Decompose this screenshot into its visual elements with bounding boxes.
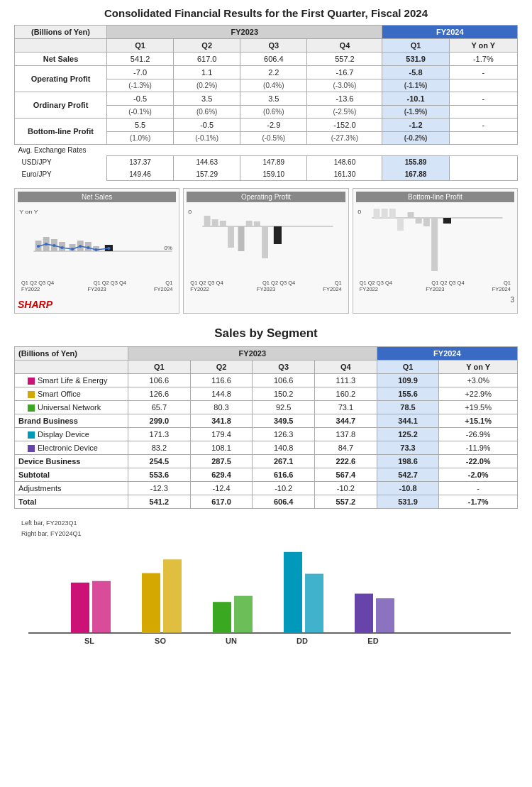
net-sales-q2: 617.0 (174, 53, 240, 66)
svg-rect-39 (415, 218, 421, 224)
orp-sub-q3: (0.6%) (240, 106, 307, 119)
seg-yoy-h: Y on Y (439, 361, 518, 374)
svg-rect-38 (407, 212, 414, 218)
op-fy-labels: FY2022 FY2023 FY2024 (187, 286, 345, 292)
op-q-fy23: Q1 Q2 Q3 Q4 (262, 280, 295, 286)
bottom-line-row: Bottom-line Profit 5.5 -0.5 -2.9 -152.0 … (15, 119, 518, 132)
seg-fy23-q1-5: 83.2 (128, 441, 191, 455)
svg-rect-26 (228, 226, 234, 248)
euro-jpy-row: Euro/JPY 149.46 157.29 159.10 161.30 167… (15, 168, 518, 181)
euro-jpy-fy2024: 167.88 (382, 168, 449, 181)
seg-fy23-q3-7: 616.6 (253, 468, 315, 482)
seg-bar-label-ED: ED (367, 637, 378, 645)
euro-jpy-q2: 157.29 (174, 168, 240, 181)
euro-jpy-label: Euro/JPY (15, 168, 107, 181)
svg-point-20 (107, 247, 110, 250)
bl-chart-title: Bottom-line Profit (356, 192, 514, 202)
orp-q1: -0.5 (107, 92, 174, 106)
segment-row-4: Display Device171.3179.4126.3137.8125.2-… (15, 428, 518, 441)
seg-fy23-q3-3: 349.5 (253, 414, 315, 428)
seg-fy23-q2-4: 179.4 (190, 428, 253, 441)
seg-fy2023-header: FY2023 (128, 347, 377, 361)
segment-chart-svg: SLSOUNDDED (21, 541, 518, 654)
seg-yoy-7: -2.0% (439, 468, 518, 482)
svg-rect-25 (220, 221, 226, 226)
seg-bar-fy23-ED (355, 594, 373, 633)
bl-fy2024-q1: -1.2 (382, 119, 449, 132)
svg-text:0: 0 (189, 208, 192, 214)
fy2024-header: FY2024 (382, 26, 518, 39)
svg-point-14 (52, 244, 55, 247)
seg-fy23-q2-8: -12.4 (190, 482, 253, 495)
charts-row: Net Sales Y on Y 0% (14, 188, 518, 314)
seg-label-3: Brand Business (15, 414, 128, 428)
bl-sub-q3: (-0.5%) (240, 132, 307, 145)
seg-yoy-3: +15.1% (439, 414, 518, 428)
seg-fy24-q1-5: 73.3 (377, 441, 439, 455)
q4-header: Q4 (307, 39, 382, 53)
svg-point-15 (60, 246, 63, 249)
seg-bar-label-SO: SO (155, 637, 166, 645)
seg-fy23-q4-6: 222.6 (315, 455, 377, 468)
seg-fy23-q1-1: 126.6 (128, 387, 191, 401)
svg-rect-29 (254, 221, 260, 226)
usd-jpy-row: USD/JPY 137.37 144.63 147.89 148.60 155.… (15, 156, 518, 169)
op-sub-q2: (0.2%) (174, 79, 240, 92)
bl-fy-labels: FY2022 FY2023 FY2024 (356, 286, 514, 292)
svg-point-13 (45, 243, 48, 246)
seg-fy23-q2-3: 341.8 (190, 414, 253, 428)
segment-row-6: Device Business254.5287.5267.1222.6198.6… (15, 455, 518, 468)
op-q-fy22: Q1 Q2 Q3 Q4 (190, 280, 223, 286)
net-sales-fy2024-q1: 531.9 (382, 53, 449, 66)
seg-fy23-q4-8: -10.2 (315, 482, 377, 495)
operating-profit-label: Operating Profit (15, 66, 107, 92)
fy2023-header: FY2023 (107, 26, 382, 39)
segment-row-1: Smart Office126.6144.8150.2160.2155.6+22… (15, 387, 518, 401)
bl-sub-yoy (449, 132, 517, 145)
seg-fy23-q3-8: -10.2 (253, 482, 315, 495)
seg-fy23-q4-1: 160.2 (315, 387, 377, 401)
seg-fy23-q1-6: 254.5 (128, 455, 191, 468)
seg-fy24-q1-9: 531.9 (377, 495, 439, 509)
q3-header: Q3 (240, 39, 307, 53)
net-sales-yoy: -1.7% (449, 53, 517, 66)
net-sales-x-labels: Q1 Q2 Q3 Q4 Q1 Q2 Q3 Q4 Q1 (18, 280, 176, 286)
op-q2: 1.1 (174, 66, 240, 79)
op-q1: -7.0 (107, 66, 174, 79)
bl-q1: 5.5 (107, 119, 174, 132)
svg-rect-35 (381, 209, 387, 218)
section1-title: Consolidated Financial Results for the F… (14, 7, 518, 19)
seg-yoy-5: -11.9% (439, 441, 518, 455)
orp-sub-yoy (449, 106, 517, 119)
op-fy2024-q1: -5.8 (382, 66, 449, 79)
operating-profit-chart-box: Operating Profit 0 (183, 188, 348, 314)
bl-fy22: FY2022 (360, 286, 378, 292)
seg-fy23-q1-0: 106.6 (128, 374, 191, 387)
seg-label-5: Electronic Device (15, 441, 128, 455)
svg-point-16 (71, 248, 74, 251)
svg-rect-41 (431, 218, 438, 271)
op-sub-fy2024: (-1.1%) (382, 79, 449, 92)
svg-rect-24 (212, 219, 218, 226)
financial-table: (Billions of Yen) FY2023 FY2024 Q1 Q2 Q3… (14, 25, 518, 181)
section2: Sales by Segment (Billions of Yen) FY202… (14, 326, 518, 659)
seg-fy23-q2-0: 116.6 (190, 374, 253, 387)
seg-fy23-q4-0: 111.3 (315, 374, 377, 387)
ns-q-labels-fy22: Q1 Q2 Q3 Q4 (21, 280, 54, 286)
yoy-header: Y on Y (449, 39, 517, 53)
svg-rect-42 (443, 218, 450, 224)
op-yoy: - (449, 66, 517, 79)
seg-bar-fy24-SL (92, 581, 111, 633)
seg-fy24-q1-0: 109.9 (377, 374, 439, 387)
seg-fy23-q4-3: 344.7 (315, 414, 377, 428)
segment-row-3: Brand Business299.0341.8349.5344.7344.1+… (15, 414, 518, 428)
orp-yoy: - (449, 92, 517, 106)
seg-bar-fy23-SL (71, 583, 89, 633)
ordinary-profit-row: Ordinary Profit -0.5 3.5 3.5 -13.6 -10.1… (15, 92, 518, 106)
svg-point-17 (79, 245, 82, 248)
net-sales-chart-box: Net Sales Y on Y 0% (14, 188, 179, 314)
seg-label-6: Device Business (15, 455, 128, 468)
net-sales-q1: 541.2 (107, 53, 174, 66)
net-sales-chart-title: Net Sales (18, 192, 176, 202)
seg-fy23-q1-2: 65.7 (128, 401, 191, 414)
